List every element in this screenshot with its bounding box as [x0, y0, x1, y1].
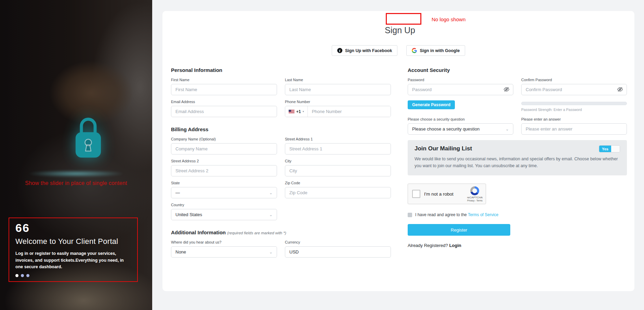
terms-checkbox[interactable]	[408, 213, 412, 217]
facebook-signup-button[interactable]: f Sign Up with Facebook	[332, 45, 398, 56]
recaptcha-label: I'm not a robot	[424, 191, 454, 197]
terms-row: I have read and agree to the Terms of Se…	[408, 212, 627, 217]
chevron-down-icon: ⌄	[269, 190, 273, 195]
toggle-off-track	[611, 146, 620, 152]
country-selected-value: United States	[175, 212, 202, 217]
generate-password-button[interactable]: Generate Password	[408, 100, 455, 109]
no-logo-annotation: No logo shown	[432, 16, 465, 22]
section-personal-information: Personal Information	[171, 67, 391, 73]
section-additional-information: Additional Information (required fields …	[171, 230, 391, 235]
eye-slash-icon[interactable]	[617, 87, 623, 92]
page-title: Sign Up	[385, 25, 415, 35]
slider-dot-3[interactable]	[26, 274, 29, 277]
company-input[interactable]	[171, 143, 277, 154]
confirm-password-input[interactable]	[521, 84, 627, 95]
currency-selected-value: USD	[289, 249, 299, 255]
slider-dot-2[interactable]	[21, 274, 24, 277]
hear-about-selected-value: None	[175, 249, 186, 255]
password-strength-text: Password Strength: Enter a Password	[521, 108, 627, 112]
security-answer-input[interactable]	[521, 123, 627, 135]
phone-input[interactable]	[308, 106, 391, 117]
chevron-down-icon: ⌄	[505, 127, 509, 132]
last-name-label: Last Name	[285, 78, 391, 82]
login-link[interactable]: Login	[449, 243, 461, 248]
hear-about-select[interactable]: None ⌄	[171, 246, 277, 258]
security-question-select[interactable]: Please choose a security question ⌄	[408, 123, 513, 135]
street1-input[interactable]	[285, 143, 391, 154]
currency-select[interactable]: USD	[285, 246, 391, 258]
first-name-input[interactable]	[171, 84, 277, 95]
slider-annotation: Show the slider in place of single conte…	[0, 180, 152, 186]
recaptcha-checkbox[interactable]	[412, 190, 420, 198]
quote-icon: 66	[15, 222, 130, 234]
recaptcha-widget: I'm not a robot reCAPTCHA Privacy - Term…	[408, 184, 486, 204]
chevron-down-icon: ⌄	[269, 212, 273, 217]
phone-prefix-value: +1	[296, 109, 301, 114]
terms-text-body: I have read and agree to the	[415, 212, 467, 217]
section-account-security: Account Security	[408, 67, 627, 73]
slider-dots	[15, 274, 29, 277]
country-label: Country	[171, 203, 277, 207]
email-label: Email Address	[171, 100, 277, 104]
currency-label: Currency	[285, 240, 391, 244]
toggle-yes-label: Yes	[599, 146, 611, 152]
hear-about-label: Where did you hear about us?	[171, 240, 277, 244]
signup-card: No logo shown Sign Up f Sign Up with Fac…	[162, 11, 634, 291]
recaptcha-icon	[470, 186, 479, 195]
register-button[interactable]: Register	[408, 224, 510, 236]
security-answer-label: Please enter an answer	[521, 117, 627, 121]
state-select[interactable]: — ⌄	[171, 187, 277, 198]
facebook-button-label: Sign Up with Facebook	[345, 48, 392, 53]
phone-country-selector[interactable]: +1 ▾	[285, 106, 308, 117]
form-right-column: Account Security Password	[408, 67, 627, 262]
street1-label: Street Address 1	[285, 137, 391, 141]
city-input[interactable]	[285, 165, 391, 176]
mailing-list-panel: Join Our Mailing List Yes We would like …	[408, 140, 627, 175]
already-registered-text: Already Registered?	[408, 243, 448, 248]
hero-photo-panel: Show the slider in place of single conte…	[0, 0, 152, 310]
google-signin-button[interactable]: Sign in with Google	[406, 45, 465, 56]
lock-icon	[70, 112, 106, 160]
eye-slash-icon[interactable]	[503, 87, 510, 92]
security-question-selected-value: Please choose a security question	[412, 126, 479, 132]
mailing-list-title: Join Our Mailing List	[415, 145, 472, 152]
confirm-password-label: Confirm Password	[521, 78, 627, 82]
welcome-slide: 66 Welcome to Your Client Portal Log in …	[9, 218, 138, 282]
recaptcha-links[interactable]: Privacy - Terms	[467, 199, 483, 202]
recaptcha-brand-name: reCAPTCHA	[467, 196, 483, 199]
state-selected-value: —	[175, 190, 180, 195]
phone-label: Phone Number	[285, 100, 391, 104]
company-label: Company Name (Optional)	[171, 137, 277, 141]
first-name-label: First Name	[171, 78, 277, 82]
slider-dot-1[interactable]	[15, 274, 18, 277]
zip-label: Zip Code	[285, 181, 391, 185]
street2-input[interactable]	[171, 165, 277, 176]
welcome-title: Welcome to Your Client Portal	[15, 237, 130, 246]
zip-input[interactable]	[285, 187, 391, 198]
country-select[interactable]: United States ⌄	[171, 209, 277, 220]
card-header: No logo shown Sign Up f Sign Up with Fac…	[162, 11, 634, 66]
password-input[interactable]	[408, 84, 513, 95]
chevron-down-icon: ⌄	[269, 250, 273, 255]
mailing-list-toggle[interactable]: Yes	[599, 145, 620, 152]
security-question-label: Please choose a security question	[408, 117, 513, 121]
light-beam	[7, 169, 145, 179]
section-billing-address: Billing Address	[171, 126, 391, 132]
social-login-row: f Sign Up with Facebook Sign in with Goo…	[162, 45, 634, 56]
already-registered-row: Already Registered? Login	[408, 243, 627, 248]
facebook-icon: f	[337, 48, 342, 53]
last-name-input[interactable]	[285, 84, 391, 95]
street2-label: Street Address 2	[171, 159, 277, 163]
google-icon	[412, 48, 417, 53]
signup-form: Personal Information First Name Last Nam…	[162, 66, 634, 262]
terms-of-service-link[interactable]: Terms of Service	[468, 212, 498, 217]
google-button-label: Sign in with Google	[420, 48, 460, 53]
state-label: State	[171, 181, 277, 185]
password-strength-bar	[521, 102, 627, 105]
password-label: Password	[408, 78, 513, 82]
recaptcha-brand: reCAPTCHA Privacy - Terms	[467, 186, 483, 202]
email-input[interactable]	[171, 106, 277, 117]
us-flag-icon	[289, 110, 294, 113]
required-fields-note: (required fields are marked with *)	[227, 231, 286, 235]
additional-title-text: Additional Information	[171, 230, 226, 235]
